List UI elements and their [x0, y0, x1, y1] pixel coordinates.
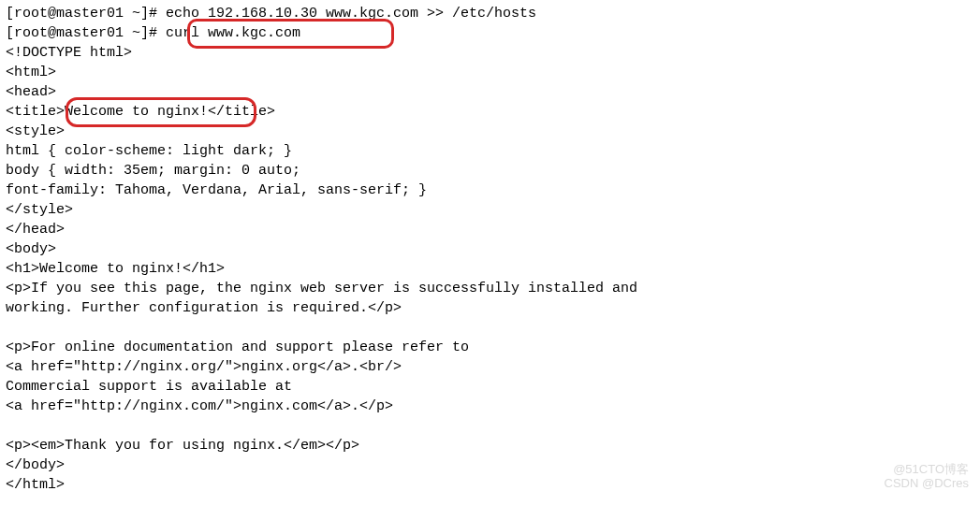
terminal-line: <h1>Welcome to nginx!</h1>	[6, 259, 974, 279]
terminal-line: <a href="http://nginx.com/">nginx.com</a…	[6, 397, 974, 416]
terminal-line: [root@master01 ~]# echo 192.168.10.30 ww…	[6, 4, 974, 23]
watermark-line: @51CTO博客	[885, 462, 969, 477]
terminal-line: Commercial support is available at	[6, 377, 974, 397]
terminal-line: </style>	[6, 200, 974, 220]
watermark: @51CTO博客 CSDN @DCres	[885, 462, 969, 491]
terminal-line	[6, 318, 974, 338]
terminal-line: <p>If you see this page, the nginx web s…	[6, 279, 974, 298]
terminal-line: <p><em>Thank you for using nginx.</em></…	[6, 436, 974, 455]
terminal-line: [root@master01 ~]# curl www.kgc.com	[6, 23, 974, 43]
terminal-line: </html>	[6, 475, 974, 495]
terminal-output[interactable]: [root@master01 ~]# echo 192.168.10.30 ww…	[6, 4, 974, 495]
terminal-line: <a href="http://nginx.org/">nginx.org</a…	[6, 357, 974, 377]
terminal-line: <style>	[6, 122, 974, 141]
terminal-line: font-family: Tahoma, Verdana, Arial, san…	[6, 181, 974, 200]
terminal-line: <p>For online documentation and support …	[6, 338, 974, 357]
terminal-line: body { width: 35em; margin: 0 auto;	[6, 161, 974, 181]
terminal-line: html { color-scheme: light dark; }	[6, 141, 974, 161]
watermark-line: CSDN @DCres	[885, 476, 969, 491]
terminal-line: working. Further configuration is requir…	[6, 298, 974, 318]
terminal-line: </head>	[6, 220, 974, 239]
terminal-line: <!DOCTYPE html>	[6, 43, 974, 63]
terminal-line: <body>	[6, 239, 974, 259]
terminal-line: </body>	[6, 455, 974, 475]
terminal-line: <head>	[6, 82, 974, 102]
terminal-line: <html>	[6, 63, 974, 82]
terminal-line	[6, 416, 974, 436]
terminal-line: <title>Welcome to nginx!</title>	[6, 102, 974, 122]
